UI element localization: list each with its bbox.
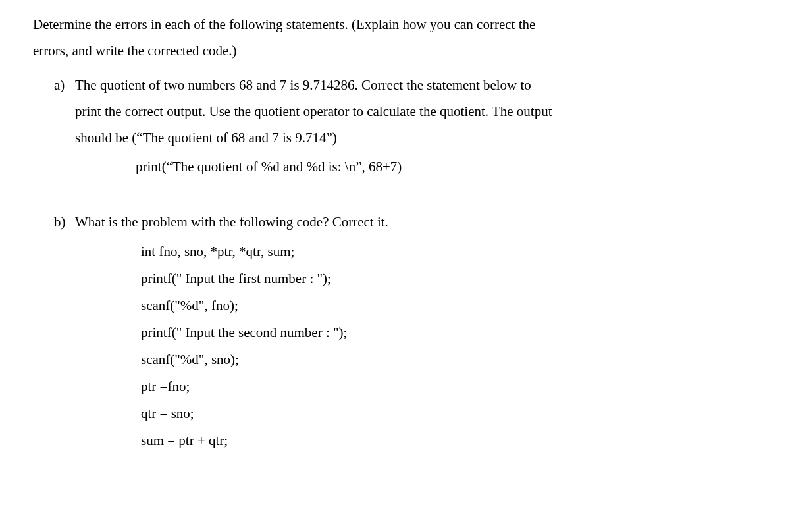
- question-b-code-4: scanf("%d", sno);: [141, 346, 757, 373]
- intro-line2: errors, and write the corrected code.): [33, 38, 757, 65]
- question-a-code: print(“The quotient of %d and %d is: \n”…: [136, 153, 757, 180]
- question-a-label: a): [54, 72, 75, 181]
- question-b-code-7: sum = ptr + qtr;: [141, 427, 757, 454]
- intro-text: Determine the errors in each of the foll…: [33, 12, 757, 65]
- question-a-line3: should be (“The quotient of 68 and 7 is …: [75, 125, 757, 151]
- question-b: b) What is the problem with the followin…: [54, 209, 757, 454]
- question-b-label: b): [54, 209, 75, 454]
- question-b-code-2: scanf("%d", fno);: [141, 292, 757, 319]
- question-b-code-6: qtr = sno;: [141, 400, 757, 427]
- question-a-body: The quotient of two numbers 68 and 7 is …: [75, 72, 757, 181]
- question-b-code-block: int fno, sno, *ptr, *qtr, sum; printf(" …: [141, 238, 757, 454]
- intro-line1: Determine the errors in each of the foll…: [33, 12, 757, 38]
- question-b-line1: What is the problem with the following c…: [75, 209, 757, 236]
- question-b-code-1: printf(" Input the first number : ");: [141, 265, 757, 292]
- question-b-code-0: int fno, sno, *ptr, *qtr, sum;: [141, 238, 757, 265]
- question-a-code-block: print(“The quotient of %d and %d is: \n”…: [136, 153, 757, 180]
- question-a: a) The quotient of two numbers 68 and 7 …: [54, 72, 757, 181]
- question-b-body: What is the problem with the following c…: [75, 209, 757, 454]
- question-a-line2: print the correct output. Use the quotie…: [75, 99, 757, 125]
- question-a-line1: The quotient of two numbers 68 and 7 is …: [75, 72, 757, 99]
- question-b-code-5: ptr =fno;: [141, 373, 757, 400]
- question-b-code-3: printf(" Input the second number : ");: [141, 319, 757, 346]
